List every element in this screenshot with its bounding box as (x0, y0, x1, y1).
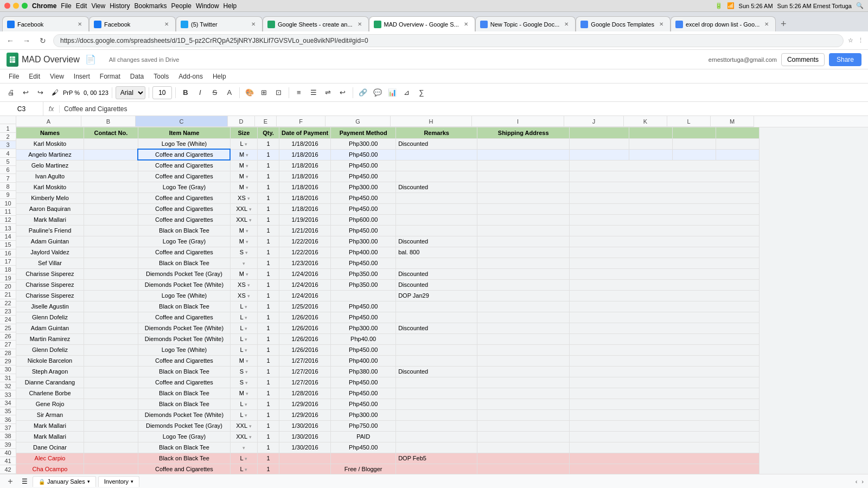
cell-d10[interactable]: M ▾ (230, 225, 257, 236)
cell-d17[interactable]: L ▾ (230, 301, 257, 312)
sheet-tab-dropdown[interactable]: ▾ (87, 479, 90, 484)
tab-facebook-2[interactable]: Facebook ✕ (89, 16, 176, 31)
row-number-18[interactable]: 18 (0, 266, 16, 274)
tab-close-icon-2[interactable]: ✕ (162, 20, 171, 29)
menu-file[interactable]: File (4, 71, 23, 82)
cell-i14[interactable] (477, 268, 570, 279)
cell-a23[interactable]: Steph Aragon (16, 366, 84, 377)
cell-i29[interactable] (477, 431, 570, 442)
row-number-8[interactable]: 8 (0, 183, 16, 191)
cell-b7[interactable] (84, 192, 138, 203)
cell-d11[interactable]: M ▾ (230, 236, 257, 247)
cell-f32[interactable] (279, 464, 330, 474)
row-number-35[interactable]: 35 (0, 407, 16, 415)
row-number-39[interactable]: 39 (0, 440, 16, 448)
cell-d7[interactable]: XS ▾ (230, 192, 257, 203)
row-number-28[interactable]: 28 (0, 349, 16, 357)
cell-i25[interactable] (477, 388, 570, 399)
cell-k2[interactable] (629, 138, 673, 149)
tab-close-mad[interactable]: ✕ (462, 20, 470, 29)
cell-e32[interactable]: 1 (257, 464, 279, 474)
cell-f23[interactable]: 1/27/2016 (279, 366, 330, 377)
cell-a29[interactable]: Mark Mallari (16, 431, 84, 442)
cell-f7[interactable]: 1/18/2016 (279, 192, 330, 203)
mac-menu-view[interactable]: View (91, 2, 105, 10)
cell-a30[interactable]: Dane Ocinar (16, 442, 84, 453)
row-number-15[interactable]: 15 (0, 241, 16, 249)
tab-close-docs[interactable]: ✕ (562, 20, 571, 29)
cell-e16[interactable]: 1 (257, 290, 279, 301)
filter-button[interactable]: ⊿ (400, 86, 413, 99)
cell-i23[interactable] (477, 366, 570, 377)
cell-h9[interactable] (396, 214, 477, 225)
cell-b12[interactable] (84, 247, 138, 258)
cell-d12[interactable]: S ▾ (230, 247, 257, 258)
cell-b27[interactable] (84, 409, 138, 420)
refresh-button[interactable]: ↻ (37, 35, 49, 47)
cell-j3[interactable] (570, 149, 629, 160)
row-number-20[interactable]: 20 (0, 282, 16, 291)
cell-d24[interactable]: S ▾ (230, 377, 257, 388)
cell-b32[interactable] (84, 464, 138, 474)
comments-button[interactable]: Comments (781, 53, 825, 66)
cell-a31[interactable]: Alec Carpio (16, 453, 84, 464)
cell-j2[interactable] (570, 138, 629, 149)
cell-f29[interactable]: 1/30/2016 (279, 431, 330, 442)
cell-c24[interactable]: Coffee and Cigarettes (138, 377, 230, 388)
cell-a6[interactable]: Karl Moskito (16, 182, 84, 192)
cell-d23[interactable]: S ▾ (230, 366, 257, 377)
cell-i10[interactable] (477, 225, 570, 236)
cell-b17[interactable] (84, 301, 138, 312)
cell-c16[interactable]: Logo Tee (White) (138, 290, 230, 301)
paint-format-button[interactable]: 🖌 (48, 86, 61, 99)
cell-g14[interactable]: Php350.00 (331, 268, 396, 279)
cell-e21[interactable]: 1 (257, 344, 279, 355)
sheet-options-button[interactable]: ☰ (18, 476, 30, 487)
cell-e13[interactable]: 1 (257, 258, 279, 268)
cell-d5[interactable]: M ▾ (230, 171, 257, 182)
cell-a11[interactable]: Adam Guintan (16, 236, 84, 247)
col-header-F[interactable]: F (277, 116, 326, 127)
cell-f15[interactable]: 1/24/2016 (279, 279, 330, 290)
formula-content[interactable]: Coffee and Cigarettes (60, 105, 868, 113)
cell-e23[interactable]: 1 (257, 366, 279, 377)
cell-f9[interactable]: 1/19/2016 (279, 214, 330, 225)
cell-g18[interactable]: Php450.00 (331, 312, 396, 323)
cell-f16[interactable]: 1/24/2016 (279, 290, 330, 301)
cell-c32[interactable]: Coffee and Cigarettes (138, 464, 230, 474)
tab-close-excel[interactable]: ✕ (762, 20, 771, 29)
cell-c22[interactable]: Coffee and Cigarettes (138, 355, 230, 366)
tab-excel[interactable]: excel drop down list - Goo... ✕ (671, 16, 776, 31)
cell-a5[interactable]: Ivan Agulto (16, 171, 84, 182)
cell-f5[interactable]: 1/18/2016 (279, 171, 330, 182)
cell-c21[interactable]: Logo Tee (White) (138, 344, 230, 355)
cell-f25[interactable]: 1/28/2016 (279, 388, 330, 399)
tab-sheets-create[interactable]: Google Sheets - create an... ✕ (263, 16, 369, 31)
cell-f18[interactable]: 1/26/2016 (279, 312, 330, 323)
cell-h22[interactable] (396, 355, 477, 366)
cell-a24[interactable]: Dianne Carandang (16, 377, 84, 388)
cell-h5[interactable] (396, 171, 477, 182)
cell-i32[interactable] (477, 464, 570, 474)
col-header-I[interactable]: I (472, 116, 564, 127)
strikethrough-button[interactable]: S (208, 86, 221, 99)
cell-a9[interactable]: Mark Mallari (16, 214, 84, 225)
scroll-left[interactable]: ‹ (856, 478, 858, 485)
row-number-4[interactable]: 4 (0, 149, 16, 157)
cell-h15[interactable]: Discounted (396, 279, 477, 290)
mac-menu-file[interactable]: File (61, 2, 71, 10)
cell-i4[interactable] (477, 160, 570, 171)
share-button[interactable]: Share (829, 53, 861, 66)
row-number-22[interactable]: 22 (0, 299, 16, 307)
cell-b13[interactable] (84, 258, 138, 268)
inventory-tab-dropdown[interactable]: ▾ (131, 479, 133, 484)
cell-e4[interactable]: 1 (257, 160, 279, 171)
maximize-button[interactable] (22, 3, 28, 9)
cell-e25[interactable]: 1 (257, 388, 279, 399)
cell-c7[interactable]: Coffee and Cigarettes (138, 192, 230, 203)
fill-color-button[interactable]: 🎨 (243, 86, 256, 99)
cell-i8[interactable] (477, 203, 570, 214)
cell-b21[interactable] (84, 344, 138, 355)
cell-a19[interactable]: Adam Guintan (16, 323, 84, 333)
cell-f22[interactable]: 1/27/2016 (279, 355, 330, 366)
